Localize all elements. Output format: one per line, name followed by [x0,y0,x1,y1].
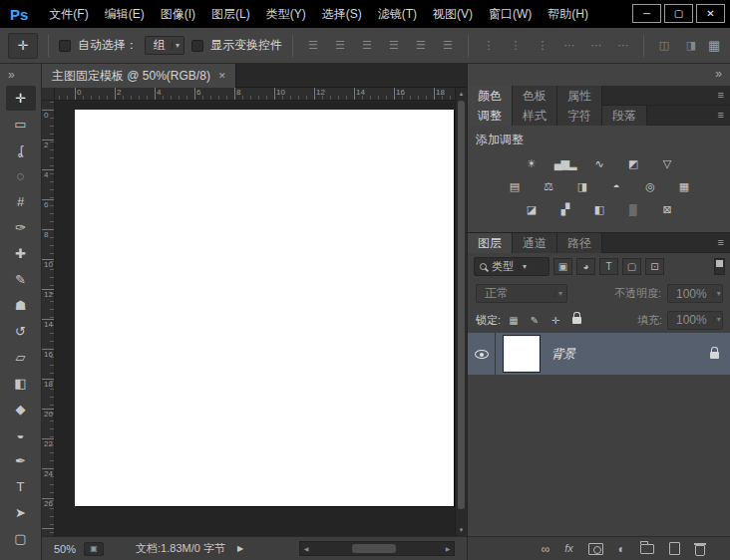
adjustment-black-white-icon[interactable]: ◨ [570,178,594,194]
adjustment-brightness-contrast-icon[interactable]: ☀ [520,155,544,171]
filter-shape-layers-button[interactable]: ▢ [622,258,641,275]
panels-collapse-button[interactable]: » [715,67,722,81]
tab-paths[interactable]: 路径 [557,233,602,253]
panel-menu-icon[interactable]: ≡ [718,110,724,121]
filter-pixel-layers-button[interactable]: ▣ [553,258,572,275]
quick-selection-tool[interactable]: ◌ [6,163,36,188]
type-tool[interactable]: T [6,474,36,499]
link-layers-icon[interactable]: ∞ [542,543,550,555]
align-bottom-edges-button[interactable]: ☰ [438,36,458,56]
filter-smart-objects-button[interactable]: ⊡ [645,258,664,275]
lock-image-pixels-button[interactable]: ✎ [527,313,543,328]
adjustment-vibrance-icon[interactable]: ▽ [655,155,679,171]
align-horizontal-centers-button[interactable]: ☰ [330,36,350,56]
lock-all-button[interactable] [568,313,584,328]
menu-edit[interactable]: 编辑(E) [98,4,152,25]
move-tool[interactable]: ✛ [6,86,36,111]
spot-healing-brush-tool[interactable]: ✚ [6,241,36,266]
tab-styles[interactable]: 样式 [513,106,557,126]
lock-transparent-pixels-button[interactable]: ▦ [506,313,522,328]
layer-styles-icon[interactable]: fx [564,543,573,554]
adjustment-curves-icon[interactable]: ∿ [587,155,611,171]
brush-tool[interactable]: ✎ [6,267,36,292]
blur-tool[interactable]: ◆ [6,397,36,421]
lasso-tool[interactable]: ʆ [6,138,36,162]
blend-mode-dropdown[interactable]: 正常 ▾ [476,284,567,303]
align-top-edges-button[interactable]: ☰ [384,36,404,56]
crop-tool[interactable]: # [6,189,36,214]
filter-type-layers-button[interactable]: T [599,258,618,275]
adjustment-threshold-icon[interactable]: ◧ [587,201,611,217]
panel-menu-icon[interactable]: ≡ [718,237,724,248]
tab-channels[interactable]: 通道 [513,233,557,253]
panel-menu-icon[interactable]: ≡ [718,90,724,101]
eyedropper-tool[interactable]: ✑ [6,215,36,240]
tab-paragraph[interactable]: 段落 [602,106,647,126]
scroll-right-arrow[interactable]: ▶ [442,542,454,555]
distribute-top-edges-button[interactable]: ⋮ [479,36,499,56]
new-adjustment-layer-icon[interactable]: ◐ [618,543,625,555]
canvas[interactable] [75,110,454,506]
show-transform-checkbox[interactable] [191,40,203,52]
distribute-right-edges-button[interactable]: ⋯ [613,36,633,56]
current-tool-indicator[interactable]: ✛ [8,33,38,59]
menu-filter[interactable]: 滤镜(T) [371,4,424,25]
workspace-switcher-icon[interactable]: ▦ [708,38,726,53]
clone-stamp-tool[interactable]: ☗ [6,293,36,318]
paint-bucket-tool[interactable]: ◧ [6,371,36,396]
adjustment-invert-icon[interactable]: ◪ [520,201,544,217]
tab-color[interactable]: 颜色 [468,86,513,106]
horizontal-scrollbar[interactable]: ◀ ▶ [299,541,455,556]
status-flyout-arrow[interactable]: ▶ [237,544,243,553]
menu-help[interactable]: 帮助(H) [541,4,595,25]
layer-visibility-toggle[interactable] [468,333,496,375]
horizontal-scroll-thumb[interactable] [352,544,396,553]
vertical-scrollbar[interactable]: ▲ ▼ [455,88,467,536]
distribute-bottom-edges-button[interactable]: ⋮ [533,36,552,56]
delete-layer-icon[interactable] [695,542,705,556]
tab-properties[interactable]: 属性 [557,86,602,106]
rectangular-marquee-tool[interactable]: ▭ [6,112,36,137]
layer-filter-type-dropdown[interactable]: 类型 ▾ [474,257,549,276]
filter-adjustment-layers-button[interactable]: ◕ [576,258,595,275]
adjustment-levels-icon[interactable]: ▄▆▂ [553,155,577,171]
fill-field[interactable]: 100% ▾ [667,311,723,330]
menu-window[interactable]: 窗口(W) [482,4,539,25]
new-layer-icon[interactable] [669,542,680,555]
adjustment-gradient-map-icon[interactable]: ▒ [621,201,645,217]
auto-select-checkbox[interactable] [59,40,71,52]
adjustment-color-lookup-icon[interactable]: ▦ [672,178,696,194]
history-brush-tool[interactable]: ↺ [6,319,36,344]
adjustment-exposure-icon[interactable]: ◩ [621,155,645,171]
menu-select[interactable]: 选择(S) [315,4,369,25]
new-group-icon[interactable] [640,544,654,554]
auto-select-target-dropdown[interactable]: 组 ▾ [145,36,184,55]
adjustment-color-balance-icon[interactable]: ⚖ [537,178,560,194]
distribute-horizontal-centers-button[interactable]: ⋯ [586,36,606,56]
adjustment-channel-mixer-icon[interactable]: ◎ [638,178,662,194]
minimize-button[interactable]: ─ [632,4,661,23]
distribute-vertical-centers-button[interactable]: ⋮ [506,36,526,56]
opacity-field[interactable]: 100% ▾ [667,284,723,303]
path-selection-tool[interactable]: ➤ [6,500,36,525]
lock-position-button[interactable]: ✛ [548,313,563,328]
add-layer-mask-icon[interactable] [588,543,603,555]
auto-align-layers-button[interactable]: ◫ [654,36,674,56]
status-preview-icon[interactable]: ▣ [84,542,104,556]
adjustment-selective-color-icon[interactable]: ⊠ [655,201,679,217]
menu-type[interactable]: 类型(Y) [259,4,313,25]
layer-filter-toggle[interactable] [714,258,725,275]
menu-view[interactable]: 视图(V) [426,4,480,25]
document-tab[interactable]: 主图固定模板 @ 50%(RGB/8) ✕ [42,64,236,88]
scroll-left-arrow[interactable]: ◀ [300,542,312,555]
vertical-ruler[interactable]: 0 2 4 6 8 10 12 14 16 18 20 22 24 26 [42,101,55,536]
align-left-edges-button[interactable]: ☰ [303,36,323,56]
maximize-button[interactable]: ▢ [664,4,693,23]
rectangle-tool[interactable]: ▢ [6,526,36,551]
tab-swatches[interactable]: 色板 [513,86,557,106]
align-right-edges-button[interactable]: ☰ [357,36,377,56]
menu-file[interactable]: 文件(F) [42,4,95,25]
dodge-tool[interactable]: ◒ [6,422,36,447]
menu-layer[interactable]: 图层(L) [204,4,257,25]
3d-mode-button[interactable]: ◨ [681,36,701,56]
